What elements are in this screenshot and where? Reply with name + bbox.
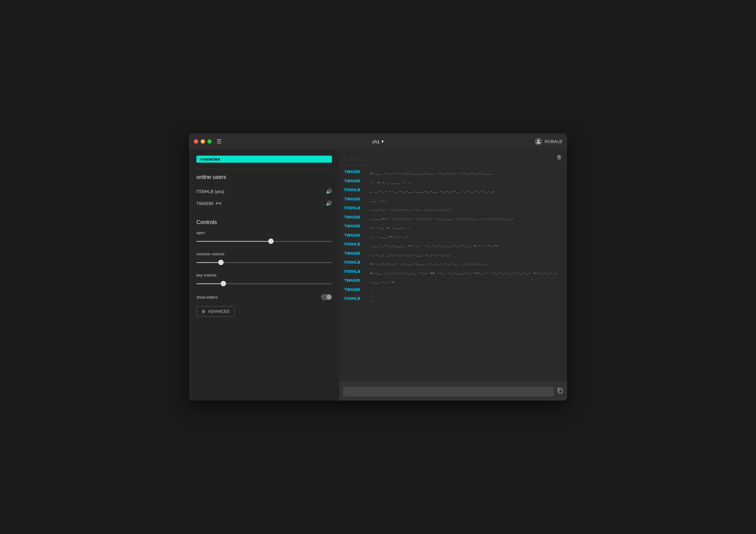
message-row: TWAE80.___ ._. … <box>344 276 562 286</box>
message-row: TWAE80._ .___ …._.. _. <box>344 231 562 240</box>
msg-username: TWAE80 <box>344 197 366 201</box>
msg-content: …_.__ ._.._.._.._._ .._. …… .._ .._.___.… <box>370 269 557 275</box>
msg-content: _._.._. .._.._.._ .._ _._.._.._._. <box>370 206 452 212</box>
receiver-volume-control: receiver volume <box>196 252 332 266</box>
message-row: IT00HLB.__ ._.._.___._ ….._. .._ ._.._._… <box>344 240 562 249</box>
chat-input[interactable] <box>343 387 554 397</box>
msg-username: TWAE80 <box>344 215 366 219</box>
menu-icon[interactable]: ☰ <box>217 138 222 145</box>
message-row: TWAE80….___ .._... ._.._____..___ .._.._… <box>344 168 562 177</box>
titlebar: ☰ ch1 ▾ ROBALB <box>189 133 567 150</box>
wpm-thumb[interactable] <box>268 239 274 244</box>
message-row: TWAE80___ _._ <box>344 195 562 204</box>
wpm-fill <box>196 241 271 242</box>
channel-selector[interactable]: ch1 ▾ <box>372 139 384 144</box>
msg-content: _.___….. .._..._.. .._.._. .._.___. _.._… <box>370 215 514 221</box>
connected-badge: connected <box>196 155 332 163</box>
chat-area: _ . __ _ 🗑 TWAE80….___ .._... ._.._____.… <box>339 150 567 401</box>
msg-username: TWAE80 <box>344 278 366 283</box>
advanced-label: ADVANCED <box>208 309 230 314</box>
msg-content: ___ _._ <box>370 197 387 203</box>
sidebar: connected online users IT00HLB (you) 🔊 T… <box>189 150 339 401</box>
msg-content: _ <box>370 296 372 302</box>
main-content: connected online users IT00HLB (you) 🔊 T… <box>189 150 567 401</box>
key-volume-thumb[interactable] <box>221 281 226 286</box>
channel-label: ch1 <box>372 139 380 144</box>
key-volume-fill <box>196 283 223 284</box>
msg-content: ._ .__ … .___._ . <box>370 224 411 230</box>
msg-content: .__ ._.._.___._ ….._. .._ ._.._.__.._.._… <box>370 242 497 248</box>
receiver-volume-slider[interactable] <box>196 259 332 266</box>
msg-username: IT00HLB <box>344 269 366 274</box>
message-row: IT00HLB….._.._.._. ._.___..___ .._._..._… <box>344 258 562 267</box>
user-name-self: IT00HLB (you) <box>196 189 224 194</box>
username-label: ROBALB <box>545 139 562 144</box>
copy-icon[interactable] <box>557 388 563 395</box>
gear-icon: ⚙ <box>202 309 206 314</box>
user-list: IT00HLB (you) 🔊 TWAE80 🔊 <box>196 185 332 209</box>
msg-content: .. … ._ .___ .. _ <box>370 179 411 185</box>
msg-content: _._.._. .._ .._.__.___.._.__ ._.._.._ ._… <box>370 187 495 194</box>
msg-username: IT00HLB <box>344 206 366 210</box>
user-name-twae: TWAE80 <box>196 201 221 206</box>
minimize-button[interactable] <box>201 139 205 144</box>
receiver-volume-fill <box>196 262 221 263</box>
trash-icon[interactable]: 🗑 <box>556 154 562 160</box>
key-volume-label: key volume <box>196 273 332 277</box>
message-row: TWAE80._ .__ … .___._ . <box>344 222 562 231</box>
message-row: IT00HLB…_.__ ._.._.._.._._ .._. …… .._ .… <box>344 267 562 277</box>
app-window: ☰ ch1 ▾ ROBALB connected online users IT… <box>189 133 567 401</box>
message-row: IT00HLB_._.._. .._.._.._ .._ _._.._.._._… <box>344 204 562 213</box>
wpm-slider[interactable] <box>196 238 332 244</box>
key-volume-track <box>196 283 332 284</box>
msg-username: TWAE80 <box>344 224 366 228</box>
msg-username: IT00HLB <box>344 242 366 246</box>
message-row: TWAE80_.___….. .._..._.. .._.._. .._.___… <box>344 213 562 222</box>
titlebar-right: ROBALB <box>535 138 562 145</box>
chat-header-morse: _ . __ _ <box>344 155 370 160</box>
close-button[interactable] <box>194 139 198 144</box>
volume-icon-self[interactable]: 🔊 <box>326 188 332 194</box>
msg-username: TWAE80 <box>344 233 366 238</box>
traffic-lights <box>194 139 212 144</box>
show-letters-label: show letters <box>196 295 218 299</box>
online-users-title: online users <box>196 174 332 181</box>
msg-username: IT00HLB <box>344 260 366 265</box>
messages-list: TWAE80….___ .._... ._.._____..___ .._.._… <box>339 165 567 382</box>
msg-username: IT00HLB <box>344 187 366 192</box>
controls-section: Controls wpm receiver volume <box>196 219 332 394</box>
receiver-volume-thumb[interactable] <box>218 260 224 265</box>
chevron-down-icon: ▾ <box>381 139 384 144</box>
titlebar-center: ch1 ▾ <box>372 139 384 144</box>
msg-username: TWAE80 <box>344 287 366 292</box>
wpm-label: wpm <box>196 231 332 235</box>
wpm-control: wpm <box>196 231 332 244</box>
msg-content: .___ ._. … <box>370 278 394 284</box>
user-item-self: IT00HLB (you) 🔊 <box>196 185 332 197</box>
msg-username: IT00HLB <box>344 296 366 301</box>
msg-username: TWAE80 <box>344 251 366 256</box>
user-icon <box>535 138 542 145</box>
user-item-twae: TWAE80 🔊 <box>196 197 332 209</box>
msg-content: ….___ .._... ._.._____..___ .._.._.. ...… <box>370 169 493 176</box>
message-row: TWAE80._.._. _._.._..__..___ ._.._.._._. <box>344 249 562 259</box>
advanced-button[interactable]: ⚙ ADVANCED <box>196 306 235 317</box>
msg-content: . <box>370 287 372 294</box>
message-row: TWAE80. <box>344 286 562 295</box>
maximize-button[interactable] <box>207 139 212 144</box>
message-row: TWAE80.. … ._ .___ .. _ <box>344 177 562 186</box>
chat-header: _ . __ _ 🗑 <box>339 150 567 165</box>
message-row: IT00HLB_._.._. .._ .._.__.___.._.__ ._..… <box>344 186 562 195</box>
key-volume-control: key volume <box>196 273 332 287</box>
chat-input-area <box>339 382 567 401</box>
msg-username: TWAE80 <box>344 179 366 183</box>
msg-content: ….._.._.._. ._.___..___ .._._..._.._. _.… <box>370 260 490 266</box>
show-letters-toggle[interactable] <box>321 294 332 300</box>
message-row: IT00HLB_ <box>344 295 562 304</box>
receiver-volume-label: receiver volume <box>196 252 332 256</box>
divider <box>196 169 332 169</box>
volume-icon-twae[interactable]: 🔊 <box>326 200 332 206</box>
controls-title: Controls <box>196 219 332 226</box>
toggle-knob <box>326 295 331 299</box>
key-volume-slider[interactable] <box>196 280 332 287</box>
